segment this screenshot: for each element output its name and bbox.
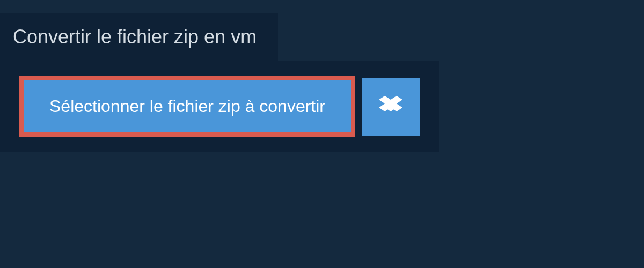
- upload-panel: Sélectionner le fichier zip à convertir: [0, 61, 439, 152]
- dropbox-button[interactable]: [362, 78, 420, 136]
- dropbox-icon: [379, 94, 402, 120]
- page-title: Convertir le fichier zip en vm: [13, 26, 257, 48]
- select-file-label: Sélectionner le fichier zip à convertir: [49, 96, 325, 116]
- select-file-button[interactable]: Sélectionner le fichier zip à convertir: [19, 76, 355, 137]
- title-bar: Convertir le fichier zip en vm: [0, 13, 278, 61]
